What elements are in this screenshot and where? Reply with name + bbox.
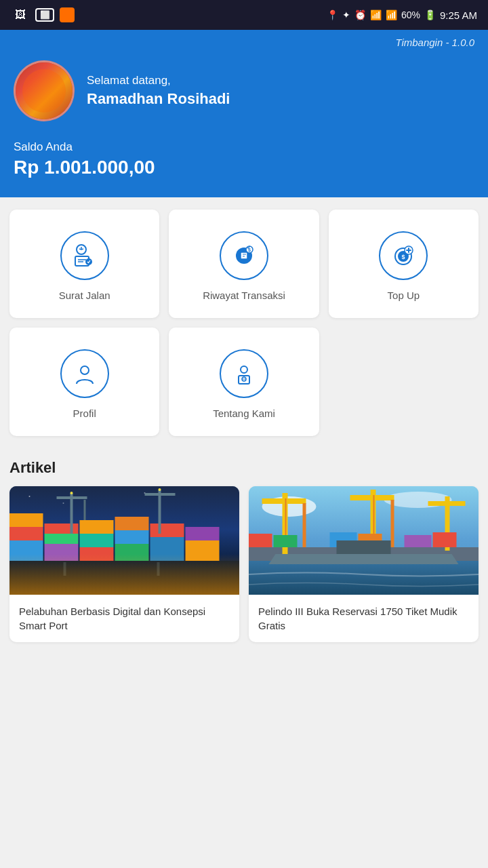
menu-card-riwayat[interactable]: $ Riwayat Transaksi xyxy=(169,210,319,318)
svg-rect-64 xyxy=(433,532,457,547)
svg-rect-33 xyxy=(186,527,220,540)
balance-label: Saldo Anda xyxy=(14,140,474,154)
artikel-card-2[interactable]: Pelindo III Buka Reservasi 1750 Tiket Mu… xyxy=(249,486,479,642)
svg-rect-24 xyxy=(45,544,79,561)
svg-text:$: $ xyxy=(402,254,405,260)
balance-section: Saldo Anda Rp 1.001.000,00 xyxy=(14,140,474,178)
tentang-icon xyxy=(220,349,268,398)
artikel-text-1: Pelabuhan Berbasis Digital dan Konsepsi … xyxy=(9,595,239,642)
svg-point-41 xyxy=(159,488,161,491)
svg-rect-20 xyxy=(9,513,43,527)
topup-icon: $ xyxy=(379,231,428,280)
svg-rect-32 xyxy=(150,537,184,561)
menu-empty-cell xyxy=(329,328,479,436)
svg-rect-25 xyxy=(80,520,114,534)
profil-icon xyxy=(60,349,109,398)
svg-point-40 xyxy=(70,492,73,494)
artikel-title: Artikel xyxy=(9,459,479,477)
menu-card-tentang[interactable]: Tentang Kami xyxy=(169,328,319,436)
app-icon xyxy=(60,7,75,22)
svg-rect-58 xyxy=(428,501,466,506)
riwayat-label: Riwayat Transaksi xyxy=(203,290,285,301)
svg-rect-39 xyxy=(145,493,176,496)
svg-rect-54 xyxy=(350,495,394,500)
svg-point-16 xyxy=(63,502,64,504)
svg-rect-60 xyxy=(274,535,298,547)
surat-jalan-label: Surat Jalan xyxy=(59,290,110,301)
greeting-block: Selamat datang, Ramadhan Rosihadi xyxy=(87,74,230,108)
surat-jalan-icon xyxy=(60,231,109,280)
menu-grid-row2: Profil Tentang Kami xyxy=(9,328,479,436)
avatar xyxy=(14,60,75,121)
svg-rect-23 xyxy=(45,524,79,534)
status-time: 9:25 AM xyxy=(440,9,477,21)
menu-card-profil[interactable]: Profil xyxy=(9,328,159,436)
battery-percent: 60% xyxy=(401,9,420,20)
svg-rect-27 xyxy=(80,547,114,561)
image-icon: 🖼 xyxy=(11,8,30,22)
battery-icon: 🔋 xyxy=(424,9,436,20)
svg-point-15 xyxy=(29,496,30,497)
status-bar: 🖼 ⬜ 📍 ✦ ⏰ 📶 📶 60% 🔋 9:25 AM xyxy=(0,0,488,30)
artikel-image-2 xyxy=(249,486,479,595)
header: Timbangin - 1.0.0 Selamat datang, Ramadh… xyxy=(0,30,488,197)
svg-rect-59 xyxy=(249,534,272,547)
tentang-label: Tentang Kami xyxy=(213,408,275,419)
svg-rect-37 xyxy=(84,500,86,520)
status-left-icons: 🖼 ⬜ xyxy=(11,7,75,22)
svg-rect-18 xyxy=(9,561,239,595)
svg-rect-31 xyxy=(150,524,184,537)
greeting-text: Selamat datang, xyxy=(87,74,230,87)
svg-rect-26 xyxy=(80,534,114,547)
svg-rect-36 xyxy=(57,496,87,499)
user-info: Selamat datang, Ramadhan Rosihadi xyxy=(14,60,474,121)
svg-point-10 xyxy=(81,366,89,374)
artikel-card-1[interactable]: Pelabuhan Berbasis Digital dan Konsepsi … xyxy=(9,486,239,642)
artikel-text-2: Pelindo III Buka Reservasi 1750 Tiket Mu… xyxy=(249,595,479,642)
alarm-icon: ⏰ xyxy=(354,9,366,20)
monitor-icon: ⬜ xyxy=(35,8,54,22)
svg-rect-21 xyxy=(9,540,43,561)
svg-rect-51 xyxy=(303,503,306,547)
topup-label: Top Up xyxy=(388,290,420,301)
menu-grid-row1: Surat Jalan $ Riwayat Transaksi xyxy=(9,210,479,318)
svg-point-11 xyxy=(241,366,247,373)
user-name: Ramadhan Rosihadi xyxy=(87,90,230,108)
menu-card-topup[interactable]: $ Top Up xyxy=(329,210,479,318)
avatar-image xyxy=(16,62,73,119)
riwayat-icon: $ xyxy=(220,231,268,280)
svg-rect-22 xyxy=(45,534,79,544)
svg-rect-29 xyxy=(115,517,149,530)
wifi-icon: 📶 xyxy=(370,9,382,20)
artikel-image-1 xyxy=(9,486,239,595)
location-icon: 📍 xyxy=(327,9,338,20)
svg-rect-63 xyxy=(405,535,432,547)
balance-amount: Rp 1.001.000,00 xyxy=(14,157,474,178)
menu-section: Surat Jalan $ Riwayat Transaksi xyxy=(0,197,488,452)
app-version: Timbangin - 1.0.0 xyxy=(14,30,474,60)
svg-rect-55 xyxy=(391,500,394,547)
svg-rect-30 xyxy=(115,544,149,561)
artikel-grid: Pelabuhan Berbasis Digital dan Konsepsi … xyxy=(9,486,479,642)
svg-rect-43 xyxy=(157,562,160,576)
svg-rect-28 xyxy=(115,530,149,544)
svg-rect-19 xyxy=(9,527,43,540)
bluetooth-icon: ✦ xyxy=(342,9,350,20)
svg-rect-50 xyxy=(262,498,306,504)
profil-label: Profil xyxy=(73,408,96,419)
svg-rect-38 xyxy=(159,490,161,534)
svg-rect-65 xyxy=(337,540,391,554)
menu-card-surat-jalan[interactable]: Surat Jalan xyxy=(9,210,159,318)
svg-rect-34 xyxy=(186,540,220,561)
artikel-section: Artikel xyxy=(0,452,488,656)
status-right-icons: 📍 ✦ ⏰ 📶 📶 60% 🔋 9:25 AM xyxy=(327,9,477,21)
signal-icon: 📶 xyxy=(386,9,397,20)
svg-rect-42 xyxy=(64,562,66,576)
